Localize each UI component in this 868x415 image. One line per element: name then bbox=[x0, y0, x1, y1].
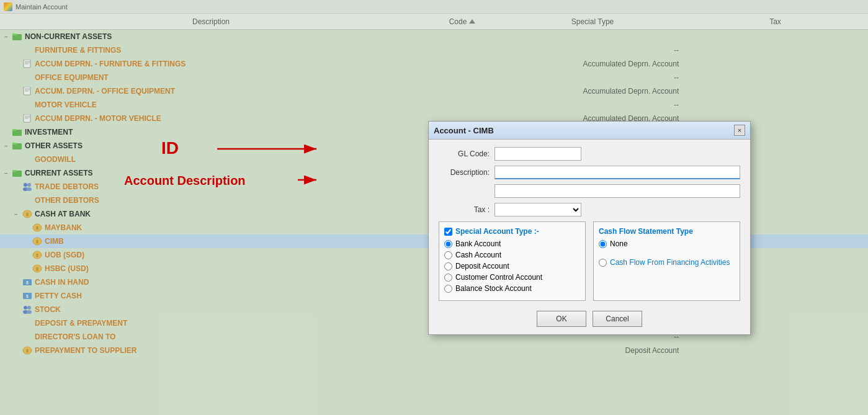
account-dialog: Account - CIMB × GL Code: Description: T… bbox=[428, 121, 751, 335]
deposit-account-label: Deposit Account bbox=[455, 262, 509, 270]
special-account-checkbox-row: Special Account Type :- bbox=[444, 227, 580, 236]
tax-label: Tax : bbox=[439, 205, 494, 214]
ok-button[interactable]: OK bbox=[537, 311, 586, 327]
tax-select[interactable] bbox=[494, 203, 581, 216]
none-label: None bbox=[610, 239, 628, 248]
financing-label: Cash Flow From Financing Activities bbox=[610, 258, 730, 267]
dialog-title: Account - CIMB bbox=[434, 126, 494, 135]
balance-stock-label: Balance Stock Account bbox=[455, 284, 532, 293]
description-row: Description: bbox=[439, 166, 740, 179]
dialog-body: GL Code: Description: Tax : Spec bbox=[429, 140, 750, 306]
cash-flow-section: Cash Flow Statement Type None Cash Flow … bbox=[593, 221, 740, 301]
tax-row: Tax : bbox=[439, 203, 740, 216]
radio-none: None bbox=[599, 239, 735, 248]
sections-row: Special Account Type :- Bank Account Cas… bbox=[439, 221, 740, 301]
bank-account-label: Bank Account bbox=[455, 239, 501, 248]
special-account-section: Special Account Type :- Bank Account Cas… bbox=[439, 221, 586, 301]
dialog-titlebar: Account - CIMB × bbox=[429, 122, 750, 140]
radio-cash-flow-financing: Cash Flow From Financing Activities bbox=[599, 258, 735, 267]
special-account-checkbox[interactable] bbox=[444, 228, 452, 236]
radio-deposit-account: Deposit Account bbox=[444, 262, 580, 270]
special-account-label: Special Account Type :- bbox=[455, 227, 539, 236]
radio-bank-account: Bank Account bbox=[444, 239, 580, 248]
radio-balance-stock: Balance Stock Account bbox=[444, 284, 580, 293]
description-input[interactable] bbox=[494, 166, 740, 179]
description2-row bbox=[439, 184, 740, 198]
cancel-button[interactable]: Cancel bbox=[593, 311, 642, 327]
gl-code-row: GL Code: bbox=[439, 147, 740, 161]
cash-flow-title: Cash Flow Statement Type bbox=[599, 227, 735, 236]
dialog-footer: OK Cancel bbox=[429, 306, 750, 334]
radio-cash-account: Cash Account bbox=[444, 251, 580, 259]
close-button[interactable]: × bbox=[734, 125, 745, 136]
customer-control-label: Customer Control Account bbox=[455, 273, 542, 282]
description2-input[interactable] bbox=[494, 184, 740, 198]
description-label: Description: bbox=[439, 168, 494, 177]
gl-code-input[interactable] bbox=[494, 147, 581, 161]
gl-code-label: GL Code: bbox=[439, 149, 494, 158]
cash-account-label: Cash Account bbox=[455, 251, 501, 259]
radio-customer-control: Customer Control Account bbox=[444, 273, 580, 282]
